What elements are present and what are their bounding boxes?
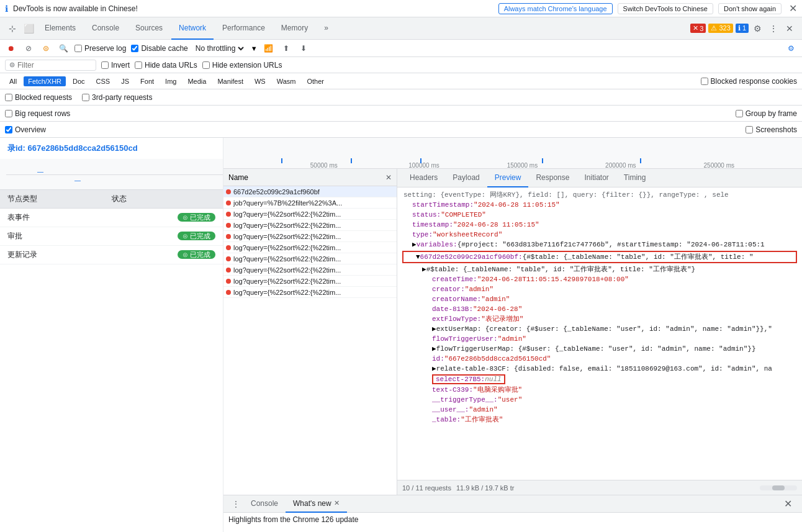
invert-label[interactable]: Invert: [101, 61, 130, 70]
settings-icon[interactable]: ⚙: [750, 21, 765, 36]
big-rows-checkbox[interactable]: [5, 110, 12, 117]
type-other[interactable]: Other: [302, 76, 328, 86]
type-bar: All Fetch/XHR Doc CSS JS Font Img Media …: [0, 73, 802, 89]
expand-table[interactable]: ▶: [422, 264, 426, 274]
download-icon[interactable]: ⬇: [297, 42, 310, 55]
info-bar-close-icon[interactable]: ✕: [789, 2, 797, 14]
type-ws[interactable]: WS: [250, 76, 270, 86]
expand-variables[interactable]: ▶: [412, 240, 417, 250]
type-js[interactable]: JS: [117, 76, 133, 86]
third-party-checkbox[interactable]: [82, 94, 89, 101]
hide-data-urls-checkbox[interactable]: [135, 61, 142, 69]
console-options-icon[interactable]: ⋮: [228, 495, 243, 513]
overview-checkbox[interactable]: [5, 126, 12, 133]
expand-667d[interactable]: ▼: [416, 252, 420, 262]
group-by-frame-label[interactable]: Group by frame: [736, 109, 797, 118]
hide-data-urls-label[interactable]: Hide data URLs: [135, 61, 197, 70]
network-split: Name ✕ 667d2e52c099c29a1cf960bf job?quer…: [223, 169, 802, 495]
clear-icon[interactable]: ⊘: [22, 42, 35, 55]
search-icon[interactable]: 🔍: [57, 42, 70, 55]
info-badge[interactable]: ℹ 1: [736, 24, 749, 33]
tab-initiator[interactable]: Initiator: [577, 169, 616, 187]
upload-icon[interactable]: ⬆: [280, 42, 292, 55]
horizontal-scrollbar[interactable]: [760, 485, 797, 490]
close-devtools-icon[interactable]: ✕: [782, 21, 797, 36]
tab-elements[interactable]: Elements: [37, 17, 83, 40]
tab-network[interactable]: Network: [171, 17, 214, 40]
screenshots-label[interactable]: Screenshots: [746, 125, 797, 134]
close-network-list-icon[interactable]: ✕: [385, 173, 392, 182]
more-options-icon[interactable]: ⋮: [766, 21, 781, 36]
tab-whats-new[interactable]: What's new ✕: [286, 495, 347, 513]
expand-extUserMap[interactable]: ▶: [432, 324, 436, 334]
tab-memory[interactable]: Memory: [274, 17, 315, 40]
filter-icon[interactable]: ⊜: [40, 42, 52, 55]
type-wasm[interactable]: Wasm: [273, 76, 300, 86]
type-all[interactable]: All: [5, 76, 21, 86]
expand-flowTriggerUserMap[interactable]: ▶: [432, 344, 436, 354]
tab-payload[interactable]: Payload: [445, 169, 487, 187]
settings-network-icon[interactable]: ⚙: [785, 42, 797, 55]
throttling-select[interactable]: No throttling: [193, 43, 246, 53]
overview-label[interactable]: Overview: [5, 125, 46, 134]
list-item[interactable]: job?query=%7B%22filter%22%3A...: [223, 197, 397, 209]
list-item[interactable]: 667d2e52c099c29a1cf960bf: [223, 186, 397, 197]
type-font[interactable]: Font: [136, 76, 158, 86]
list-item[interactable]: log?query={%22sort%22:{%22tim...: [223, 220, 397, 231]
tab-preview[interactable]: Preview: [487, 169, 529, 187]
list-item[interactable]: log?query={%22sort%22:{%22tim...: [223, 209, 397, 220]
screenshots-checkbox[interactable]: [746, 126, 753, 133]
blocked-cookies-label[interactable]: Blocked response cookies: [701, 77, 797, 86]
big-rows-label[interactable]: Big request rows: [5, 109, 70, 118]
inspect-icon[interactable]: ⊹: [5, 21, 20, 36]
tab-performance[interactable]: Performance: [215, 17, 273, 40]
list-item[interactable]: log?query={%22sort%22:{%22tim...: [223, 276, 397, 287]
blocked-cookies-checkbox[interactable]: [701, 78, 708, 85]
expand-relate-table[interactable]: ▶: [432, 364, 436, 374]
hide-ext-urls-label[interactable]: Hide extension URLs: [202, 61, 282, 70]
tab-timing[interactable]: Timing: [616, 169, 654, 187]
blocked-requests-label[interactable]: Blocked requests: [5, 93, 72, 102]
disable-cache-checkbox[interactable]: [131, 45, 138, 52]
tab-console[interactable]: Console: [84, 17, 127, 40]
tab-sources[interactable]: Sources: [128, 17, 170, 40]
preserve-log-label[interactable]: Preserve log: [74, 44, 126, 53]
type-media[interactable]: Media: [183, 76, 210, 86]
third-party-label[interactable]: 3rd-party requests: [82, 93, 152, 102]
wifi-icon[interactable]: 📶: [263, 42, 275, 55]
switch-chinese-button[interactable]: Switch DevTools to Chinese: [618, 3, 713, 14]
match-language-button[interactable]: Always match Chrome's language: [498, 3, 613, 14]
whats-new-close-icon[interactable]: ✕: [334, 499, 340, 507]
status-badge-1: ⊙ 已完成: [178, 232, 215, 240]
close-console-icon[interactable]: ✕: [779, 498, 797, 510]
tab-response[interactable]: Response: [528, 169, 577, 187]
device-icon[interactable]: ⬜: [21, 21, 36, 36]
filter-input[interactable]: [17, 61, 92, 70]
invert-checkbox[interactable]: [101, 61, 109, 69]
tab-console-bottom[interactable]: Console: [243, 495, 286, 513]
list-item[interactable]: log?query={%22sort%22:{%22tim...: [223, 231, 397, 242]
list-item[interactable]: log?query={%22sort%22:{%22tim...: [223, 287, 397, 298]
group-by-frame-checkbox[interactable]: [736, 110, 743, 117]
type-css[interactable]: CSS: [92, 76, 115, 86]
item-name: log?query={%22sort%22:{%22tim...: [233, 244, 341, 251]
record-icon[interactable]: ⏺: [5, 42, 17, 55]
error-badge[interactable]: ✕ 3: [690, 24, 706, 33]
warn-badge[interactable]: ⚠ 323: [708, 24, 732, 33]
list-item[interactable]: log?query={%22sort%22:{%22tim...: [223, 242, 397, 253]
item-name: log?query={%22sort%22:{%22tim...: [233, 210, 341, 218]
tab-headers[interactable]: Headers: [402, 169, 445, 187]
tab-more[interactable]: »: [317, 17, 336, 40]
blocked-requests-checkbox[interactable]: [5, 94, 12, 101]
type-fetchxhr[interactable]: Fetch/XHR: [24, 76, 66, 86]
item-name: job?query=%7B%22filter%22%3A...: [233, 199, 342, 207]
hide-ext-urls-checkbox[interactable]: [202, 61, 210, 69]
type-manifest[interactable]: Manifest: [213, 76, 248, 86]
disable-cache-label[interactable]: Disable cache: [131, 44, 187, 53]
list-item[interactable]: log?query={%22sort%22:{%22tim...: [223, 253, 397, 264]
type-img[interactable]: Img: [161, 76, 181, 86]
list-item[interactable]: log?query={%22sort%22:{%22tim...: [223, 264, 397, 276]
type-doc[interactable]: Doc: [68, 76, 89, 86]
preserve-log-checkbox[interactable]: [74, 45, 82, 52]
dont-show-button[interactable]: Don't show again: [718, 3, 782, 14]
